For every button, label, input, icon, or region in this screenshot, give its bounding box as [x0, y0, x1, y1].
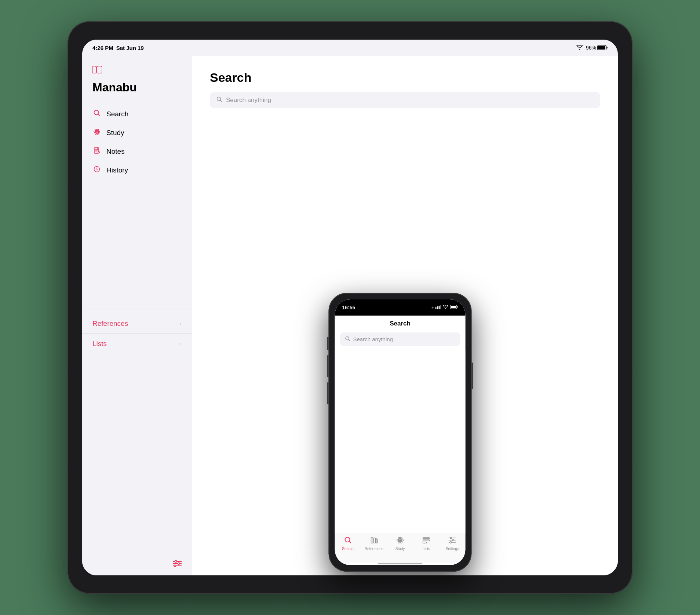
notes-icon [92, 147, 101, 156]
svg-rect-34 [423, 538, 430, 539]
svg-rect-20 [437, 306, 438, 309]
tab-study-icon [396, 536, 404, 546]
sidebar-item-lists-label: Lists [92, 340, 107, 348]
tab-study-label: Study [395, 547, 405, 551]
tab-search-label: Search [342, 547, 354, 551]
tab-settings-icon [448, 536, 456, 546]
phone-volume-up-button [327, 355, 329, 377]
sidebar-item-notes-label: Notes [106, 148, 125, 156]
sidebar-app-title: Manabu [92, 81, 182, 94]
svg-point-42 [450, 542, 452, 543]
tab-references-icon [370, 536, 378, 546]
atom-icon [92, 128, 101, 137]
phone-time: 16:55 [342, 305, 356, 310]
home-bar [378, 563, 422, 564]
page-title: Search [210, 70, 600, 85]
svg-point-38 [451, 537, 452, 539]
tablet-search-bar[interactable]: Search anything [210, 92, 600, 108]
tablet-date: Sat Jun 19 [116, 45, 144, 51]
signal-icon [435, 305, 441, 310]
svg-rect-35 [423, 540, 430, 541]
svg-rect-29 [376, 539, 377, 543]
phone-power-button [472, 363, 473, 389]
tablet-search-placeholder: Search anything [226, 97, 271, 104]
chevron-right-icon-2: › [180, 341, 182, 347]
tablet-status-bar: 4:26 PM Sat Jun 19 96% [82, 40, 618, 56]
svg-rect-21 [439, 306, 440, 309]
phone-notch [375, 299, 426, 310]
wifi-icon [576, 45, 583, 51]
phone-battery-icon [450, 305, 458, 310]
clock-icon [92, 165, 101, 175]
phone-screen: 16:55 ⌖ [335, 299, 466, 565]
tablet-device: 4:26 PM Sat Jun 19 96% [68, 21, 632, 594]
chevron-right-icon: › [180, 320, 182, 327]
sidebar-item-search[interactable]: Search [82, 105, 192, 123]
tab-lists-icon [422, 536, 430, 546]
phone-device: 16:55 ⌖ [329, 293, 472, 572]
tab-settings[interactable]: Settings [439, 536, 465, 551]
tab-search[interactable]: Search [335, 536, 361, 551]
sidebar-item-references[interactable]: References › [82, 314, 192, 334]
sidebar-item-notes[interactable]: Notes [82, 142, 192, 161]
svg-rect-2 [92, 66, 96, 73]
phone-search-bar[interactable]: Search anything [340, 332, 460, 346]
tab-search-icon [344, 536, 352, 546]
settings-sliders-icon[interactable] [173, 560, 182, 569]
svg-rect-36 [423, 542, 427, 543]
phone-volume-down-button [327, 382, 329, 404]
svg-point-5 [96, 131, 98, 132]
sidebar-item-lists[interactable]: Lists › [82, 334, 192, 354]
svg-rect-22 [440, 305, 441, 309]
phone-nav-title: Search [335, 316, 466, 330]
battery-percent: 96% [586, 45, 596, 51]
svg-rect-1 [598, 46, 605, 50]
phone-shell: 16:55 ⌖ [329, 293, 472, 572]
svg-rect-24 [451, 306, 456, 308]
sidebar-toggle-icon[interactable] [92, 66, 182, 76]
phone-search-placeholder: Search anything [353, 336, 393, 342]
tablet-status-icons: 96% [576, 45, 608, 51]
battery-icon: 96% [586, 45, 608, 51]
phone-tab-bar: Search References [335, 533, 466, 563]
svg-rect-19 [435, 307, 437, 309]
sidebar-header: Manabu [82, 56, 192, 105]
phone-content [335, 350, 466, 533]
sidebar-divider [82, 309, 192, 309]
phone-home-indicator [335, 563, 466, 565]
tab-lists[interactable]: Lists [413, 536, 439, 551]
sidebar-item-history[interactable]: History [82, 161, 192, 179]
sidebar-sections: References › Lists › [82, 314, 192, 354]
location-icon: ⌖ [431, 305, 434, 310]
svg-rect-3 [97, 66, 102, 73]
svg-rect-28 [373, 538, 375, 543]
sidebar: Manabu Search [82, 56, 192, 575]
sidebar-item-references-label: References [92, 320, 128, 328]
tab-references-label: References [365, 547, 383, 551]
tab-lists-label: Lists [422, 547, 430, 551]
svg-point-40 [453, 539, 454, 541]
svg-point-30 [399, 539, 401, 541]
tablet-time: 4:26 PM [92, 45, 113, 51]
sidebar-item-history-label: History [106, 166, 128, 174]
sidebar-item-study[interactable]: Study [82, 123, 192, 142]
sidebar-item-search-label: Search [106, 110, 128, 118]
phone-notch-area: 16:55 ⌖ [335, 299, 466, 316]
sidebar-item-study-label: Study [106, 129, 124, 137]
tab-references[interactable]: References [361, 536, 387, 551]
phone-wifi-icon [443, 305, 448, 310]
sidebar-nav: Search Study [82, 105, 192, 305]
svg-point-13 [175, 561, 177, 563]
tab-settings-label: Settings [446, 547, 459, 551]
svg-point-17 [174, 565, 176, 567]
svg-point-15 [178, 563, 180, 565]
search-icon [92, 109, 101, 119]
search-icon-tablet [216, 97, 222, 104]
sidebar-footer [82, 554, 192, 575]
phone-status-icons: ⌖ [431, 305, 458, 310]
phone-body: Search Search anything [335, 316, 466, 533]
phone-search-icon [345, 336, 350, 342]
tab-study[interactable]: Study [387, 536, 413, 551]
svg-rect-27 [371, 537, 373, 543]
